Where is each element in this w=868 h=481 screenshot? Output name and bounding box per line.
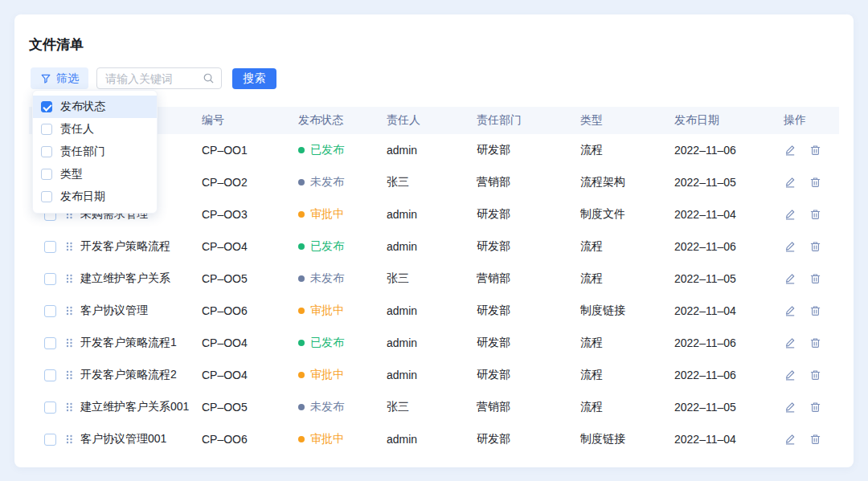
- dept-cell: 研发部: [477, 336, 580, 350]
- search-button[interactable]: 搜索: [232, 68, 276, 89]
- trash-icon: [809, 336, 821, 349]
- file-name: 开发客户策略流程2: [80, 368, 202, 382]
- delete-button[interactable]: [809, 144, 821, 157]
- drag-handle-icon[interactable]: [64, 336, 80, 349]
- file-name: 开发客户策略流程: [80, 239, 202, 254]
- edit-button[interactable]: [784, 433, 796, 446]
- row-checkbox[interactable]: [44, 402, 56, 414]
- file-name: 开发客户策略流程1: [80, 336, 202, 350]
- dept-cell: 研发部: [477, 368, 580, 382]
- delete-button[interactable]: [809, 401, 821, 414]
- delete-button[interactable]: [809, 433, 821, 446]
- row-checkbox[interactable]: [44, 434, 56, 446]
- delete-button[interactable]: [809, 369, 821, 381]
- owner-cell: admin: [387, 369, 477, 381]
- status-badge: 审批中: [298, 432, 387, 446]
- row-checkbox[interactable]: [44, 273, 56, 285]
- dropdown-checkbox[interactable]: [41, 169, 52, 180]
- edit-button[interactable]: [784, 208, 796, 221]
- dropdown-checkbox[interactable]: [41, 191, 52, 202]
- row-checkbox[interactable]: [44, 305, 56, 317]
- file-name: 建立维护客户关系: [80, 271, 202, 286]
- status-label: 已发布: [310, 239, 344, 254]
- dropdown-item[interactable]: 责任部门: [33, 141, 157, 163]
- column-header-dept: 责任部门: [477, 113, 580, 128]
- file-name: 客户协议管理001: [80, 432, 202, 446]
- status-label: 未发布: [310, 175, 344, 190]
- dropdown-checkbox[interactable]: [41, 124, 52, 135]
- delete-button[interactable]: [809, 304, 821, 317]
- type-cell: 流程架构: [580, 175, 674, 190]
- file-code: CP–OO4: [202, 240, 298, 253]
- delete-button[interactable]: [809, 272, 821, 285]
- filter-button-label: 筛选: [56, 71, 79, 86]
- trash-icon: [809, 144, 821, 157]
- status-dot-icon: [298, 340, 305, 346]
- pencil-icon: [784, 336, 796, 349]
- filter-dropdown: 发布状态 责任人 责任部门 类型 发布日期: [32, 90, 158, 214]
- dropdown-checkbox[interactable]: [41, 101, 52, 112]
- table-row: 建立维护客户关系 CP–OO5 未发布 张三 营销部 流程 2022–11–05: [29, 263, 839, 295]
- status-dot-icon: [298, 275, 305, 282]
- date-cell: 2022–11–06: [674, 369, 784, 381]
- status-dot-icon: [298, 211, 305, 218]
- edit-button[interactable]: [784, 304, 796, 317]
- status-dot-icon: [298, 179, 305, 185]
- date-cell: 2022–11–06: [674, 240, 784, 253]
- status-dot-icon: [298, 243, 305, 250]
- type-cell: 流程: [580, 400, 674, 414]
- column-header-owner: 责任人: [387, 113, 477, 128]
- drag-handle-icon[interactable]: [64, 369, 80, 381]
- table-row: 开发客户策略流程 CP–OO4 已发布 admin 研发部 流程 2022–11…: [29, 230, 839, 263]
- trash-icon: [809, 240, 821, 253]
- drag-handle-icon[interactable]: [64, 240, 80, 253]
- drag-handle-icon[interactable]: [64, 401, 80, 414]
- drag-handle-icon[interactable]: [64, 304, 80, 317]
- dropdown-checkbox[interactable]: [41, 146, 52, 157]
- edit-button[interactable]: [784, 144, 796, 157]
- delete-button[interactable]: [809, 336, 821, 349]
- owner-cell: 张三: [387, 400, 477, 414]
- dropdown-item-label: 责任人: [60, 122, 94, 137]
- row-checkbox[interactable]: [44, 369, 56, 381]
- owner-cell: admin: [387, 208, 477, 221]
- filter-button[interactable]: 筛选: [31, 67, 88, 89]
- drag-handle-icon[interactable]: [64, 433, 80, 446]
- dropdown-item[interactable]: 类型: [33, 163, 157, 185]
- edit-button[interactable]: [784, 272, 796, 285]
- dropdown-item[interactable]: 发布日期: [33, 185, 157, 208]
- edit-button[interactable]: [784, 240, 796, 253]
- status-badge: 审批中: [298, 207, 387, 222]
- delete-button[interactable]: [809, 240, 821, 253]
- row-checkbox[interactable]: [44, 241, 56, 253]
- owner-cell: admin: [387, 336, 477, 349]
- table-row: 开发客户策略流程1 CP–OO4 已发布 admin 研发部 流程 2022–1…: [29, 327, 839, 359]
- type-cell: 制度文件: [580, 207, 674, 222]
- pencil-icon: [784, 144, 796, 157]
- edit-button[interactable]: [784, 176, 796, 189]
- search-icon: [203, 72, 215, 84]
- edit-button[interactable]: [784, 369, 796, 381]
- file-code: CP–OO3: [202, 208, 298, 221]
- row-checkbox[interactable]: [44, 337, 56, 349]
- trash-icon: [809, 369, 821, 381]
- status-label: 审批中: [310, 368, 344, 382]
- status-badge: 未发布: [298, 400, 387, 414]
- type-cell: 流程: [580, 336, 674, 350]
- delete-button[interactable]: [809, 208, 821, 221]
- page-title: 文件清单: [29, 35, 839, 54]
- dropdown-item[interactable]: 发布状态: [33, 96, 157, 118]
- drag-handle-icon[interactable]: [64, 272, 80, 285]
- dropdown-item[interactable]: 责任人: [33, 118, 157, 141]
- type-cell: 流程: [580, 368, 674, 382]
- status-label: 已发布: [310, 336, 344, 350]
- edit-button[interactable]: [784, 401, 796, 414]
- date-cell: 2022–11–06: [674, 336, 784, 349]
- edit-button[interactable]: [784, 336, 796, 349]
- date-cell: 2022–11–04: [674, 208, 784, 221]
- search-box: [96, 67, 222, 89]
- delete-button[interactable]: [809, 176, 821, 189]
- search-input[interactable]: [105, 72, 203, 85]
- date-cell: 2022–11–06: [674, 144, 784, 157]
- pencil-icon: [784, 176, 796, 189]
